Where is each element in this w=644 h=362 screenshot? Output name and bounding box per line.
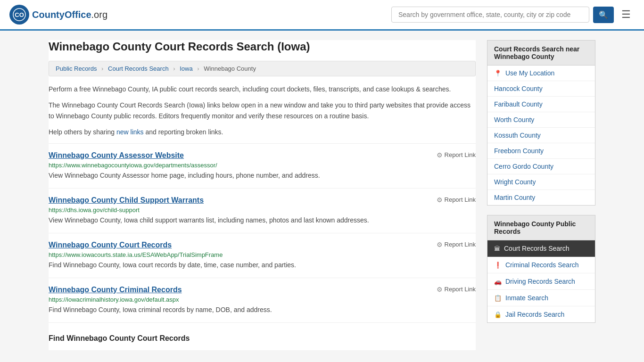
pub-icon-2: 🚗 [494,278,502,285]
public-records-link-4[interactable]: 🔒Jail Records Search [487,306,595,322]
search-input[interactable] [391,7,589,23]
breadcrumb-sep-3: › [197,65,199,72]
header: CO CountyOffice.org 🔍 ☰ [0,0,644,31]
use-location-link[interactable]: 📍 Use My Location [487,66,595,81]
result-desc-2: Find Winnebago County, Iowa court record… [49,260,476,270]
public-records-link-3[interactable]: 📋Inmate Search [487,290,595,306]
new-links-link[interactable]: new links [116,128,144,136]
logo-area: CO CountyOffice.org [9,5,107,25]
menu-button[interactable]: ☰ [618,7,635,23]
result-desc-0: View Winnebago County Assessor home page… [49,171,476,181]
result-desc-1: View Winnebago County, Iowa child suppor… [49,215,476,225]
result-item: Winnebago County Child Support Warrants … [49,188,476,233]
nearby-county-0[interactable]: Hancock County [487,81,595,97]
breadcrumb-public-records[interactable]: Public Records [56,65,97,72]
report-link-2[interactable]: ⚙ Report Link [437,241,476,248]
result-item: Winnebago County Criminal Records ⚙ Repo… [49,278,476,322]
public-records-header: Winnebago County Public Records [487,215,595,240]
nearby-county-6[interactable]: Wright County [487,174,595,190]
result-url-3[interactable]: https://iowacriminalhistory.iowa.gov/def… [49,296,476,303]
report-icon-0: ⚙ [437,151,443,159]
search-area: 🔍 ☰ [391,7,635,23]
report-icon-1: ⚙ [437,196,443,204]
pub-icon-0: 🏛 [494,245,500,252]
report-link-0[interactable]: ⚙ Report Link [437,151,476,159]
nearby-counties-list: Hancock CountyFaribault CountyWorth Coun… [487,81,595,205]
result-url-2[interactable]: https://www.iowacourts.state.ia.us/ESAWe… [49,251,476,258]
nearby-section-header: Court Records Search near Winnebago Coun… [487,40,595,65]
logo-text[interactable]: CountyOffice.org [32,9,107,20]
breadcrumb-current: Winnebago County [204,65,256,72]
breadcrumb-sep-2: › [173,65,175,72]
pub-icon-4: 🔒 [494,311,502,318]
description-1: Perform a free Winnebago County, IA publ… [49,84,476,94]
nearby-section: Court Records Search near Winnebago Coun… [487,40,595,206]
public-records-link-0[interactable]: 🏛Court Records Search [487,240,595,257]
description-2: The Winnebago County Court Records Searc… [49,100,476,121]
pub-icon-1: ❗ [494,262,502,269]
main-container: Winnebago County Court Records Search (I… [39,31,605,360]
page-title: Winnebago County Court Records Search (I… [49,40,476,53]
public-records-body: 🏛Court Records Search❗Criminal Records S… [487,240,595,323]
find-section: Find Winnebago County Court Records [49,322,476,350]
result-item: Winnebago County Court Records ⚙ Report … [49,233,476,278]
search-icon: 🔍 [599,11,608,19]
breadcrumb-iowa[interactable]: Iowa [180,65,192,72]
public-records-link-1[interactable]: ❗Criminal Records Search [487,257,595,273]
report-link-3[interactable]: ⚙ Report Link [437,286,476,293]
hamburger-icon: ☰ [621,8,631,20]
nearby-section-body: 📍 Use My Location Hancock CountyFaribaul… [487,65,595,206]
result-item: Winnebago County Assessor Website ⚙ Repo… [49,143,476,188]
breadcrumb: Public Records › Court Records Search › … [49,61,476,76]
nearby-county-1[interactable]: Faribault County [487,97,595,112]
results-list: Winnebago County Assessor Website ⚙ Repo… [49,143,476,322]
report-link-1[interactable]: ⚙ Report Link [437,196,476,204]
result-title-1[interactable]: Winnebago County Child Support Warrants [49,196,204,205]
content-area: Winnebago County Court Records Search (I… [49,40,476,350]
result-desc-3: Find Winnebago County, Iowa criminal rec… [49,305,476,315]
report-icon-3: ⚙ [437,286,443,293]
public-records-links-list: 🏛Court Records Search❗Criminal Records S… [487,240,595,322]
result-title-2[interactable]: Winnebago County Court Records [49,241,172,249]
find-section-title: Find Winnebago County Court Records [49,334,476,343]
report-icon-2: ⚙ [437,241,443,248]
description-3: Help others by sharing new links and rep… [49,127,476,137]
nearby-county-3[interactable]: Kossuth County [487,128,595,143]
result-url-1[interactable]: https://dhs.iowa.gov/child-support [49,206,476,214]
pub-icon-3: 📋 [494,295,502,302]
public-records-link-2[interactable]: 🚗Driving Records Search [487,273,595,290]
result-title-0[interactable]: Winnebago County Assessor Website [49,151,184,160]
nearby-county-4[interactable]: Freeborn County [487,143,595,159]
breadcrumb-sep-1: › [101,65,103,72]
location-icon: 📍 [494,70,502,77]
search-button[interactable]: 🔍 [593,7,614,23]
nearby-county-5[interactable]: Cerro Gordo County [487,159,595,174]
sidebar: Court Records Search near Winnebago Coun… [487,40,595,350]
nearby-county-7[interactable]: Martin County [487,190,595,205]
logo-icon: CO [9,5,29,25]
result-title-3[interactable]: Winnebago County Criminal Records [49,286,182,294]
nearby-county-2[interactable]: Worth County [487,112,595,128]
result-url-0[interactable]: https://www.winnebagocountyiowa.gov/depa… [49,162,476,169]
public-records-section: Winnebago County Public Records 🏛Court R… [487,215,595,323]
breadcrumb-court-records[interactable]: Court Records Search [108,65,169,72]
svg-text:CO: CO [15,11,24,18]
